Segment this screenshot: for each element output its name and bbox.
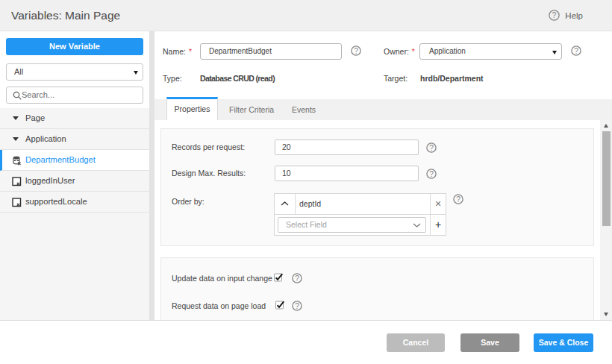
svg-text:?: ? xyxy=(456,195,460,204)
svg-text:?: ? xyxy=(429,143,434,151)
svg-text:?: ? xyxy=(295,274,299,282)
svg-text:?: ? xyxy=(354,47,358,55)
svg-text:?: ? xyxy=(552,10,557,19)
svg-text:?: ? xyxy=(429,169,434,178)
svg-text:?: ? xyxy=(574,47,578,55)
svg-text:?: ? xyxy=(295,301,299,310)
